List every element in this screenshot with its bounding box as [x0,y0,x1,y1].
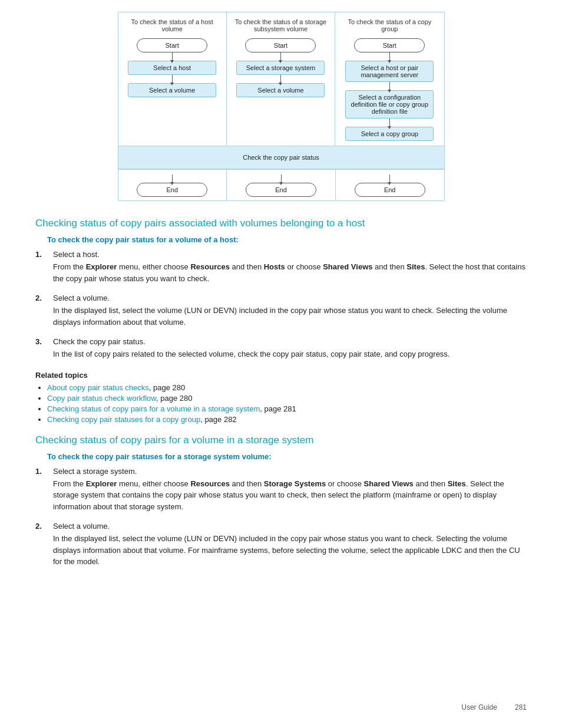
s2-step-1-content: Select a storage system. From the Explor… [53,467,527,519]
fc-shared-bar: Check the copy pair status [118,150,444,164]
fc-arrow [280,75,281,83]
s2-step-2-num: 2. [35,522,46,531]
related-page-4: page 282 [204,415,236,424]
s2-step-2-detail: In the displayed list, select the volume… [53,533,527,568]
fc-end-3: End [336,170,444,200]
step-2: 2. Select a volume. In the displayed lis… [35,294,527,334]
fc-start-1: Start [137,38,207,52]
step-3: 3. Check the copy pair status. In the li… [35,337,527,366]
related-link-2[interactable]: Copy pair status check workflow [47,394,156,403]
s2-step-1: 1. Select a storage system. From the Exp… [35,467,527,519]
fc-col-3-title: To check the status of a copy group [341,17,438,34]
section1-heading: Checking status of copy pairs associated… [35,218,527,229]
related-item-3: Checking status of copy pairs for a volu… [47,404,527,413]
step-1-content: Select a host. From the Explorer menu, e… [53,250,527,290]
fc-col-3: To check the status of a copy group Star… [335,12,444,146]
section1-subheading: To check the copy pair status for a volu… [35,235,527,244]
s2-step-2-content: Select a volume. In the displayed list, … [53,522,527,574]
fc-col-2-title: To check the status of a storage subsyst… [233,17,329,34]
fc-ends-row: End End End [118,169,444,200]
section2-heading: Checking status of copy pairs for a volu… [35,434,527,446]
related-item-2: Copy pair status check workflow, page 28… [47,394,527,403]
fc-end-2: End [227,170,336,200]
step-2-title: Select a volume. [53,294,527,302]
step-1-detail: From the Explorer menu, either choose Re… [53,261,527,284]
flowchart-section: To check the status of a host volume Sta… [35,12,527,201]
s2-step-2: 2. Select a volume. In the displayed lis… [35,522,527,574]
footer-label: User Guide [461,703,497,711]
section2-subheading: To check the copy pair statuses for a st… [35,452,527,461]
step-3-detail: In the list of copy pairs related to the… [53,348,527,360]
step-3-num: 3. [35,337,46,346]
fc-end-1: End [118,170,227,200]
s2-step-2-title: Select a volume. [53,522,527,531]
step-1-num: 1. [35,250,46,259]
footer-page: 281 [515,703,527,711]
related-list: About copy pair status checks, page 280 … [35,383,527,424]
fc-col-1-title: To check the status of a host volume [124,17,220,34]
fc-col-1: To check the status of a host volume Sta… [118,12,227,146]
s2-step-1-detail: From the Explorer menu, either choose Re… [53,478,527,513]
flowchart: To check the status of a host volume Sta… [118,12,445,201]
step-2-num: 2. [35,294,46,302]
fc-arrow [389,174,390,183]
related-page-3: page 281 [265,404,296,413]
step-1-title: Select a host. [53,250,527,259]
step-3-content: Check the copy pair status. In the list … [53,337,527,366]
section1: Checking status of copy pairs associated… [35,218,527,424]
s2-step-1-title: Select a storage system. [53,467,527,476]
fc-arrow [389,52,390,61]
fc-arrow [172,174,173,183]
fc-node-3-1: Select a host or pair management server [345,61,434,82]
step-2-content: Select a volume. In the displayed list, … [53,294,527,334]
related-item-4: Checking copy pair statuses for a copy g… [47,415,527,424]
fc-node-3-2: Select a configuration definition file o… [345,90,434,118]
fc-start-3: Start [354,38,425,52]
section1-steps: 1. Select a host. From the Explorer menu… [35,250,527,366]
step-3-title: Check the copy pair status. [53,337,527,346]
section2-steps: 1. Select a storage system. From the Exp… [35,467,527,574]
step-2-detail: In the displayed list, select the volume… [53,305,527,328]
fc-arrow [172,75,173,83]
related-page-2: page 280 [160,394,192,403]
fc-arrow [280,52,281,61]
fc-col-2: To check the status of a storage subsyst… [227,12,335,146]
fc-start-2: Start [245,38,316,52]
s2-step-1-num: 1. [35,467,46,476]
related-link-4[interactable]: Checking copy pair statuses for a copy g… [47,415,200,424]
flowchart-columns: To check the status of a host volume Sta… [118,12,444,146]
related-link-3[interactable]: Checking status of copy pairs for a volu… [47,404,260,413]
related-topics-heading: Related topics [35,371,527,380]
step-1: 1. Select a host. From the Explorer menu… [35,250,527,290]
fc-arrow [389,118,390,127]
related-page-1: page 280 [153,383,185,392]
related-item-1: About copy pair status checks, page 280 [47,383,527,392]
related-link-1[interactable]: About copy pair status checks [47,383,149,392]
fc-arrow [389,82,390,90]
fc-arrow [172,52,173,61]
section2: Checking status of copy pairs for a volu… [35,434,527,574]
page-footer: User Guide 281 [461,703,527,711]
fc-arrow [281,174,282,183]
